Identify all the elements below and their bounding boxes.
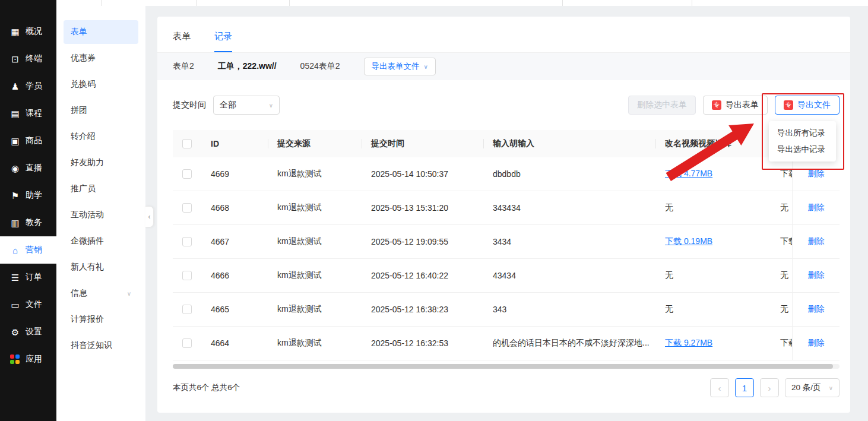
- cell-id: 4665: [201, 305, 268, 314]
- sidebar-collapse-handle[interactable]: ‹: [145, 206, 154, 227]
- cell-id: 4668: [201, 203, 268, 213]
- menu-item-7[interactable]: 推广员: [64, 177, 138, 201]
- sidebar-item-live[interactable]: ◉直播: [0, 154, 56, 182]
- overview-icon: ▦: [10, 27, 20, 36]
- export-file-button[interactable]: 专 导出文件: [775, 96, 840, 115]
- scrollbar-thumb[interactable]: [173, 364, 833, 369]
- dropdown-item-1[interactable]: 导出所有记录: [769, 125, 836, 141]
- cell-file: 无: [655, 202, 768, 213]
- cell-input: dbdbdb: [483, 169, 655, 179]
- tab-2[interactable]: 记录: [214, 27, 232, 52]
- row-checkbox[interactable]: [182, 271, 192, 280]
- row-checkbox-cell: [173, 169, 201, 179]
- sidebar-item-orders[interactable]: ☰订单: [0, 264, 56, 291]
- cell-input: 的机会的话日本日本的不咸不淡好深深地...: [483, 338, 655, 349]
- delete-link[interactable]: 删除: [808, 236, 825, 247]
- delete-selected-label: 删除选中表单: [637, 100, 687, 110]
- sidebar-item-apps[interactable]: 应用: [0, 346, 56, 373]
- sidebar-item-overview[interactable]: ▦概况: [0, 18, 56, 45]
- sidebar-item-settings[interactable]: ⚙设置: [0, 318, 56, 346]
- row-checkbox[interactable]: [182, 338, 192, 348]
- column-header: 改名视频视频选择: [655, 138, 768, 149]
- secondary-sidebar: 表单优惠券兑换码拼团转介绍好友助力推广员互动活动企微插件新人有礼信息∨计算报价抖…: [56, 6, 145, 421]
- cell-time: 2025-05-12 16:32:53: [362, 338, 483, 348]
- row-checkbox[interactable]: [182, 169, 192, 179]
- row-checkbox[interactable]: [182, 237, 192, 246]
- download-link[interactable]: 下载 4.77MB: [665, 169, 712, 178]
- chevron-down-icon: ∨: [269, 102, 273, 109]
- menu-item-8[interactable]: 互动活动: [64, 203, 138, 227]
- delete-link[interactable]: 删除: [808, 304, 825, 315]
- menu-item-5[interactable]: 转介绍: [64, 125, 138, 148]
- horizontal-scrollbar[interactable]: [173, 364, 840, 369]
- download-link[interactable]: 下载 9.27MB: [665, 338, 712, 347]
- export-form-file-button[interactable]: 导出表单文件∨: [364, 58, 436, 75]
- action-cell: 删除: [793, 259, 840, 293]
- next-page-button[interactable]: ›: [760, 378, 779, 397]
- row-checkbox[interactable]: [182, 305, 192, 314]
- menu-item-2[interactable]: 优惠券: [64, 46, 138, 70]
- page-1-button[interactable]: 1: [735, 378, 754, 397]
- page-size-select[interactable]: 20 条/页 ∨: [785, 378, 840, 397]
- sidebar-item-students[interactable]: ♟学员: [0, 72, 56, 100]
- menu-item-12[interactable]: 计算报价: [64, 308, 138, 331]
- pro-badge-icon: 专: [712, 100, 721, 110]
- sidebar-item-label: 订单: [26, 272, 42, 283]
- menu-item-13[interactable]: 抖音泛知识: [64, 334, 138, 357]
- delete-link[interactable]: 删除: [808, 270, 825, 281]
- menu-item-9[interactable]: 企微插件: [64, 229, 138, 253]
- row-checkbox[interactable]: [182, 203, 192, 213]
- cell-source: km退款测试: [268, 304, 362, 315]
- menu-item-3[interactable]: 兑换码: [64, 72, 138, 96]
- apps-icon: [10, 354, 20, 364]
- sidebar-item-marketing[interactable]: ⌂营销: [0, 236, 56, 264]
- cell-file: 下载 9.27MB: [655, 338, 768, 349]
- select-all-checkbox[interactable]: [182, 139, 192, 148]
- delete-link[interactable]: 删除: [808, 338, 825, 349]
- delete-link[interactable]: 删除: [808, 169, 825, 179]
- settings-icon: ⚙: [10, 328, 20, 337]
- records-summary: 本页共6个 总共6个: [173, 382, 240, 393]
- form-strip-item[interactable]: 0524表单2: [300, 61, 340, 72]
- menu-item-label: 推广员: [71, 183, 96, 194]
- download-link[interactable]: 下载 0.19MB: [665, 236, 712, 246]
- export-file-label: 导出文件: [797, 100, 831, 110]
- menu-item-10[interactable]: 新人有礼: [64, 255, 138, 279]
- cell-input: 3434: [483, 237, 655, 246]
- filter-label: 提交时间: [173, 100, 206, 110]
- sidebar-item-academic[interactable]: ▥教务: [0, 209, 56, 236]
- sidebar-item-label: 直播: [26, 163, 42, 173]
- sidebar-item-files[interactable]: ▭文件: [0, 291, 56, 318]
- tab-1[interactable]: 表单: [173, 27, 191, 52]
- cell-time: 2025-05-12 16:40:22: [362, 271, 483, 280]
- primary-sidebar: ▦概况⊡终端♟学员▤课程▣商品◉直播⚑助学▥教务⌂营销☰订单▭文件⚙设置应用: [0, 0, 56, 421]
- cell-source: km退款测试: [268, 270, 362, 281]
- menu-item-1[interactable]: 表单: [64, 20, 138, 44]
- tab-divider: [289, 0, 290, 6]
- academic-icon: ▥: [10, 219, 20, 227]
- students-icon: ♟: [10, 82, 20, 91]
- time-filter-select[interactable]: 全部 ∨: [213, 96, 280, 115]
- menu-item-4[interactable]: 拼团: [64, 99, 138, 122]
- delete-link[interactable]: 删除: [808, 202, 825, 213]
- cell-source: km退款测试: [268, 202, 362, 213]
- sidebar-item-products[interactable]: ▣商品: [0, 127, 56, 154]
- menu-item-label: 信息: [71, 288, 87, 299]
- delete-selected-button[interactable]: 删除选中表单: [628, 96, 696, 115]
- menu-item-11[interactable]: 信息∨: [64, 281, 138, 305]
- cell-id: 4666: [201, 271, 268, 280]
- dropdown-item-2[interactable]: 导出选中记录: [769, 141, 836, 158]
- menu-item-label: 拼团: [71, 105, 87, 116]
- menu-item-6[interactable]: 好友助力: [64, 151, 138, 175]
- products-icon: ▣: [10, 137, 20, 145]
- form-strip: 表单2工单，222.ww//0524表单2导出表单文件∨: [157, 53, 850, 80]
- sidebar-item-study-aid[interactable]: ⚑助学: [0, 182, 56, 209]
- form-strip-item[interactable]: 表单2: [173, 61, 194, 72]
- sidebar-item-terminal[interactable]: ⊡终端: [0, 45, 56, 72]
- menu-item-label: 互动活动: [71, 210, 104, 220]
- export-form-button[interactable]: 专 导出表单: [703, 96, 768, 115]
- prev-page-button[interactable]: ‹: [710, 378, 729, 397]
- action-cell: 删除: [793, 225, 840, 259]
- sidebar-item-courses[interactable]: ▤课程: [0, 100, 56, 127]
- form-strip-item[interactable]: 工单，222.ww//: [218, 61, 277, 72]
